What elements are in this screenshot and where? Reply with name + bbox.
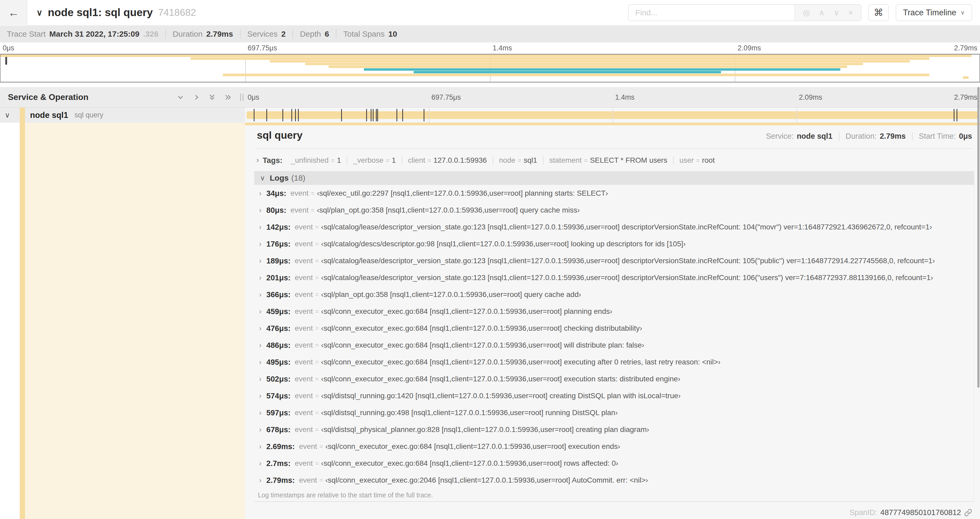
find-next-icon[interactable]: ∨ [834,9,839,17]
span-row: ∨ node sql1 sql query [0,108,980,123]
start-time-value: 0μs [959,132,972,141]
trace-timeline-page: ← ∨ node sql1: sql query 7418682 ◎ ∧ ∨ ×… [0,0,980,519]
logs-count: (18) [291,174,305,182]
log-row[interactable]: ›34μs:event=‹sql/exec_util.go:2297 [nsql… [254,185,974,202]
duration-group: Duration 2.79ms [173,30,233,38]
log-row[interactable]: ›597μs:event=‹sql/distsql_running.go:498… [254,404,974,421]
log-event-value: ‹sql/catalog/lease/descriptor_version_st… [321,223,932,231]
tag-item[interactable]: node=sql1 [493,156,544,164]
log-timestamp: 366μs: [266,291,291,299]
collapse-one-icon[interactable] [176,93,185,102]
trace-title-group[interactable]: ∨ node sql1: sql query 7418682 [37,6,628,19]
log-row[interactable]: ›459μs:event=‹sql/conn_executor_exec.go:… [254,303,974,320]
find-input[interactable] [628,5,794,21]
log-timestamp: 2.7ms: [266,459,291,468]
find-prev-icon[interactable]: ∧ [819,9,824,17]
tag-value: 1 [337,156,341,164]
log-marker [266,109,267,121]
minimap-span-bar [963,76,969,78]
span-duration-bar[interactable] [247,111,978,119]
log-marker [423,109,425,121]
minimap-span-bar [191,57,930,60]
trace-title: node sql1: sql query [48,6,153,19]
log-row[interactable]: ›495μs:event=‹sql/conn_executor_exec.go:… [254,354,974,370]
service-value: node sql1 [797,132,832,141]
focus-target-icon[interactable]: ◎ [803,9,810,17]
span-service-name: node sql1 [30,110,68,120]
collapse-all-icon[interactable] [208,93,216,102]
log-row[interactable]: ›2.7ms:event=‹sql/conn_executor_exec.go:… [254,455,974,472]
log-row[interactable]: ›486μs:event=‹sql/conn_executor_exec.go:… [254,337,974,354]
depth-label: Depth [300,30,321,38]
duration-value: 2.79ms [880,132,905,141]
find-clear-icon[interactable]: × [848,9,853,17]
timeline-ticks-header: 0μs697.75μs1.4ms2.09ms2.79ms [245,87,980,107]
link-icon[interactable] [964,509,972,517]
trace-summary-bar: Trace Start March 31 2022, 17:25:09.326 … [0,26,980,43]
log-row[interactable]: ›574μs:event=‹sql/distsql_running.go:142… [254,387,974,404]
minimap-span-bar [305,63,863,65]
title-collapse-icon[interactable]: ∨ [37,8,42,18]
view-select-button[interactable]: Trace Timeline ∨ [896,4,972,21]
chevron-right-icon: › [254,409,266,417]
log-row[interactable]: ›201μs:event=‹sql/catalog/lease/descript… [254,269,974,286]
tag-item[interactable]: statement=SELECT * FROM users [544,156,674,164]
back-button[interactable]: ← [0,0,27,25]
span-color-strip [20,123,25,519]
tag-item[interactable]: _verbose=1 [347,156,402,164]
log-row[interactable]: ›189μs:event=‹sql/catalog/lease/descript… [254,252,974,269]
timeline-gridline [612,108,613,123]
equals-sign: = [315,426,318,433]
log-row[interactable]: ›2.69ms:event=‹sql/conn_executor_exec.go… [254,438,974,455]
log-marker [956,109,957,121]
minimap-canvas[interactable] [0,54,980,83]
span-color-strip [20,108,25,123]
chevron-right-icon: › [254,189,266,198]
log-event-key: event [295,358,313,366]
tag-item[interactable]: client=127.0.0.1:59936 [402,156,493,164]
log-event-key: event [295,425,313,434]
duration-label: Duration: [846,132,877,141]
log-event-key: event [295,459,313,468]
log-event-value: ‹sql/conn_executor_exec.go:684 [nsql1,cl… [321,341,644,350]
log-timestamp: 2.79ms: [266,476,295,485]
detail-area: sql query Service: node sql1 Duration: 2… [0,123,980,519]
minimap-tick-labels: 0μs697.75μs1.4ms2.09ms2.79ms [0,43,980,54]
log-event-value: ‹sql/exec_util.go:2297 [nsql1,client=127… [317,189,608,198]
column-resizer-grip[interactable] [240,94,243,101]
chevron-right-icon: › [254,206,266,214]
log-row[interactable]: ›2.79ms:event=‹sql/conn_executor_exec.go… [254,472,974,489]
keyboard-shortcuts-button[interactable]: ⌘ [868,4,889,21]
span-bar-cell[interactable] [245,108,980,123]
timeline-tick-label: 0μs [248,93,259,101]
timeline-tick-label: 697.75μs [431,93,461,101]
scrollbar-thumb[interactable] [977,87,980,388]
span-id-label: SpanID: [850,508,877,517]
minimap-span-bar [329,65,847,68]
tag-key: client [408,156,425,164]
detail-operation-title: sql query [257,129,766,141]
log-row[interactable]: ›476μs:event=‹sql/conn_executor_exec.go:… [254,320,974,337]
tag-item[interactable]: user=root [674,156,721,164]
log-row[interactable]: ›142μs:event=‹sql/catalog/lease/descript… [254,219,974,235]
log-row[interactable]: ›678μs:event=‹sql/distsql_physical_plann… [254,421,974,438]
tag-item[interactable]: _unfinished=1 [285,156,347,164]
equals-sign: = [518,157,521,164]
total-spans-label: Total Spans [343,30,385,38]
logs-header[interactable]: ∨ Logs (18) [254,171,974,185]
log-row[interactable]: ›80μs:event=‹sql/plan_opt.go:358 [nsql1,… [254,202,974,219]
log-timestamp: 574μs: [266,391,291,400]
detail-meta: Service: node sql1 Duration: 2.79ms Star… [766,132,972,141]
services-group: Services 2 [247,30,286,38]
expand-all-icon[interactable] [223,93,232,102]
timeline-tick-label: 2.09ms [799,93,822,101]
tags-row[interactable]: › Tags: _unfinished=1_verbose=1client=12… [254,152,972,169]
span-name-cell[interactable]: ∨ node sql1 sql query [0,108,245,123]
span-collapse-icon[interactable]: ∨ [0,111,15,120]
log-row[interactable]: ›176μs:event=‹sql/catalog/descs/descript… [254,235,974,252]
log-row[interactable]: ›502μs:event=‹sql/conn_executor_exec.go:… [254,370,974,387]
expand-one-icon[interactable] [192,93,201,102]
log-row[interactable]: ›366μs:event=‹sql/plan_opt.go:358 [nsql1… [254,286,974,303]
divider [293,30,293,38]
log-event-key: event [291,189,309,198]
